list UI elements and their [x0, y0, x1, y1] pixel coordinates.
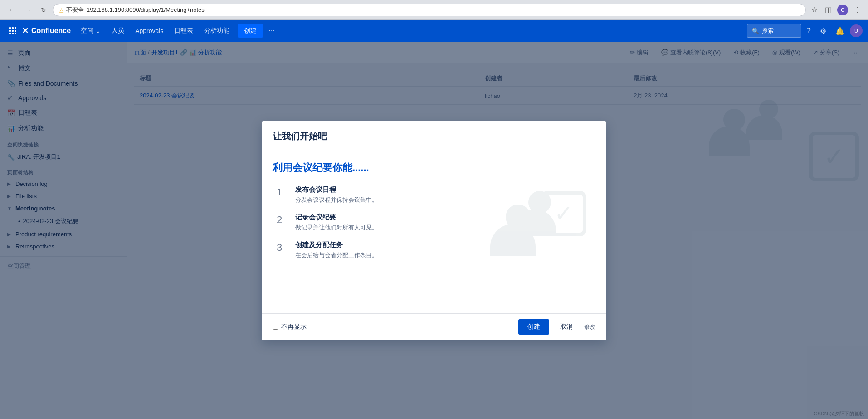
warning-text: 不安全 [66, 6, 84, 14]
search-bar[interactable]: 🔍 搜索 [747, 24, 801, 38]
step-1: 1 发布会议日程 分发会议议程并保持会议集中。 [273, 185, 478, 204]
back-button[interactable]: ← [5, 5, 18, 15]
nav-more-button[interactable]: ··· [265, 25, 278, 37]
step-1-title: 发布会议日程 [295, 185, 378, 194]
approvals-label: Approvals [135, 27, 163, 34]
modal-cancel-button[interactable]: 取消 [553, 319, 580, 335]
step-3-title: 创建及分配任务 [295, 241, 378, 249]
modal-steps-list: 1 发布会议日程 分发会议议程并保持会议集中。 2 记录会议纪要 做记录并让他们… [273, 185, 478, 259]
apps-grid-icon [9, 27, 16, 34]
apps-grid-button[interactable] [5, 25, 20, 36]
user-avatar[interactable]: U [850, 24, 863, 37]
modal-create-button[interactable]: 创建 [518, 319, 549, 335]
modal-illustration: ✓ [496, 186, 586, 277]
refresh-button[interactable]: ↻ [38, 5, 49, 15]
spaces-label: 空间 [81, 27, 93, 35]
step-2-number: 2 [273, 213, 286, 226]
search-icon: 🔍 [752, 28, 759, 34]
no-show-label: 不再显示 [281, 323, 307, 331]
notifications-button[interactable]: 🔔 [832, 25, 848, 37]
modal-dialog: 让我们开始吧 利用会议纪要你能...... 1 发布会议日程 分发会议议程并保持… [262, 121, 606, 340]
main-layout: ☰ 页面 ❝ 博文 📎 Files and Documents ✔ Approv… [0, 42, 868, 419]
security-warning-icon: △ [59, 7, 63, 13]
bookmark-button[interactable]: ☆ [809, 5, 819, 15]
step-2: 2 记录会议纪要 做记录并让他们对所有人可见。 [273, 213, 478, 232]
step-3-text: 创建及分配任务 在会后给与会者分配工作条目。 [295, 241, 378, 259]
url-text: 192.168.1.190:8090/display/1/Meeting+not… [87, 6, 205, 13]
step-3-desc: 在会后给与会者分配工作条目。 [295, 251, 378, 259]
step-1-number: 1 [273, 185, 286, 198]
confluence-x-icon: ✕ [22, 26, 29, 36]
modal-title: 让我们开始吧 [273, 130, 595, 142]
confluence-logo[interactable]: ✕ Confluence [22, 26, 71, 36]
step-2-desc: 做记录并让他们对所有人可见。 [295, 224, 378, 232]
nav-people-button[interactable]: 人员 [107, 24, 129, 38]
nav-calendar-button[interactable]: 日程表 [170, 24, 198, 38]
browser-chrome: ← → ↻ △ 不安全 192.168.1.190:8090/display/1… [0, 0, 868, 20]
confluence-navbar: ✕ Confluence 空间 ⌄ 人员 Approvals 日程表 分析功能 … [0, 20, 868, 42]
modal-body: 利用会议纪要你能...... 1 发布会议日程 分发会议议程并保持会议集中。 2 [262, 150, 606, 313]
browser-actions: ☆ ◫ C ⋮ [809, 5, 863, 15]
search-placeholder: 搜索 [762, 27, 774, 35]
help-button[interactable]: ? [803, 25, 814, 37]
nav-analytics-button[interactable]: 分析功能 [200, 24, 234, 38]
footer-right: 创建 取消 修改 [518, 319, 595, 335]
confluence-name: Confluence [31, 27, 71, 35]
last-modified-text: 修改 [584, 323, 595, 331]
step-2-title: 记录会议纪要 [295, 213, 378, 222]
create-button[interactable]: 创建 [238, 24, 263, 38]
profile-avatar[interactable]: C [837, 5, 848, 15]
no-show-checkbox[interactable] [273, 324, 278, 330]
footer-left: 不再显示 [273, 323, 307, 331]
step-1-text: 发布会议日程 分发会议议程并保持会议集中。 [295, 185, 378, 204]
forward-button[interactable]: → [22, 5, 34, 15]
browser-menu-button[interactable]: ⋮ [852, 5, 863, 15]
modal-overlay[interactable]: 让我们开始吧 利用会议纪要你能...... 1 发布会议日程 分发会议议程并保持… [0, 42, 868, 419]
modal-footer: 不再显示 创建 取消 修改 [262, 313, 606, 340]
spaces-chevron-icon: ⌄ [95, 27, 101, 34]
modal-header: 让我们开始吧 [262, 121, 606, 150]
modal-right-illustration: ✓ [487, 161, 595, 302]
modal-subtitle: 利用会议纪要你能...... [273, 161, 478, 175]
step-1-desc: 分发会议议程并保持会议集中。 [295, 196, 378, 204]
no-show-checkbox-label[interactable]: 不再显示 [273, 323, 307, 331]
step-3-number: 3 [273, 241, 286, 253]
analytics-label: 分析功能 [204, 27, 229, 35]
modal-left-content: 利用会议纪要你能...... 1 发布会议日程 分发会议议程并保持会议集中。 2 [273, 161, 478, 302]
modal-person-front-left [500, 205, 536, 256]
nav-approvals-button[interactable]: Approvals [131, 24, 168, 37]
people-label: 人员 [112, 27, 124, 35]
step-3: 3 创建及分配任务 在会后给与会者分配工作条目。 [273, 241, 478, 259]
calendar-label: 日程表 [174, 27, 193, 35]
step-2-text: 记录会议纪要 做记录并让他们对所有人可见。 [295, 213, 378, 232]
split-view-button[interactable]: ◫ [823, 5, 834, 15]
address-bar[interactable]: △ 不安全 192.168.1.190:8090/display/1/Meeti… [53, 4, 806, 16]
settings-button[interactable]: ⚙ [816, 25, 830, 37]
modal-check-icon: ✓ [541, 191, 586, 236]
nav-spaces-button[interactable]: 空间 ⌄ [76, 24, 105, 38]
